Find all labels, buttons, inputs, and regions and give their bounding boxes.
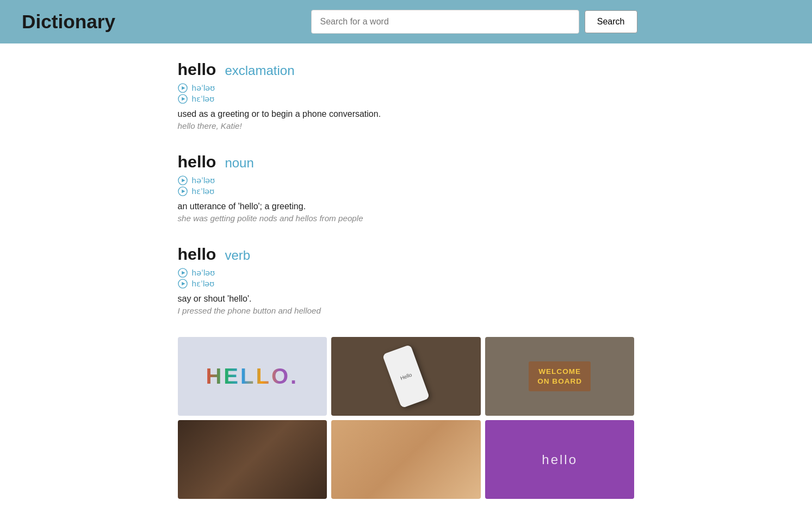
play-icon-3b — [178, 279, 188, 289]
example-3: I pressed the phone button and helloed — [178, 306, 635, 315]
search-form: Search — [311, 10, 637, 34]
pronunciations-3: həˈləʊ hɛˈləʊ — [178, 268, 635, 289]
definition-3: say or shout 'hello'. — [178, 294, 635, 304]
svg-marker-5 — [182, 179, 185, 182]
pronunciation-1b[interactable]: hɛˈləʊ — [178, 94, 635, 104]
pronunciation-1a[interactable]: həˈləʊ — [178, 83, 635, 93]
entry-word-1: hello — [178, 60, 216, 79]
pronunciation-text-3b: hɛˈləʊ — [192, 279, 215, 289]
definition-2: an utterance of 'hello'; a greeting. — [178, 202, 635, 211]
pronunciation-text-3a: həˈləʊ — [192, 268, 215, 278]
svg-marker-1 — [182, 86, 185, 90]
entry-exclamation: hello exclamation həˈləʊ hɛˈləʊ used as … — [178, 60, 635, 130]
play-icon-2b — [178, 186, 188, 196]
pronunciation-text-2b: hɛˈləʊ — [192, 186, 215, 196]
pronunciation-text-1a: həˈləʊ — [192, 83, 215, 93]
play-icon-2a — [178, 176, 188, 185]
pronunciations-2: həˈləʊ hɛˈləʊ — [178, 176, 635, 196]
play-icon-3a — [178, 268, 188, 278]
image-hands — [331, 420, 481, 499]
image-hello-purple: hello — [485, 420, 635, 499]
images-row-2: hello — [178, 420, 635, 499]
pronunciations-1: həˈləʊ hɛˈləʊ — [178, 83, 635, 104]
entry-verb: hello verb həˈləʊ hɛˈləʊ say or shout 'h… — [178, 245, 635, 315]
pronunciation-2a[interactable]: həˈləʊ — [178, 176, 635, 185]
svg-marker-7 — [182, 190, 185, 193]
search-button[interactable]: Search — [585, 10, 637, 33]
entry-noun: hello noun həˈləʊ hɛˈləʊ an utterance of… — [178, 152, 635, 223]
image-phone: Hello — [331, 337, 481, 416]
entry-header-1: hello exclamation — [178, 60, 635, 79]
definition-1: used as a greeting or to begin a phone c… — [178, 109, 635, 119]
pronunciation-text-1b: hɛˈləʊ — [192, 94, 215, 104]
entry-pos-1: exclamation — [225, 63, 294, 78]
svg-marker-11 — [182, 282, 185, 285]
entry-word-3: hello — [178, 245, 216, 264]
image-dark-wood — [178, 420, 327, 499]
pronunciation-3b[interactable]: hɛˈləʊ — [178, 279, 635, 289]
image-hello-letters: HELLO. — [178, 337, 327, 416]
example-1: hello there, Katie! — [178, 121, 635, 130]
image-welcome-board: WELCOMEON BOARD — [485, 337, 635, 416]
main-content: hello exclamation həˈləʊ hɛˈləʊ used as … — [156, 43, 656, 519]
entry-pos-3: verb — [225, 248, 250, 263]
search-input[interactable] — [311, 10, 579, 34]
svg-marker-9 — [182, 271, 185, 274]
app-title: Dictionary — [22, 11, 141, 33]
entry-pos-2: noun — [225, 155, 253, 171]
example-2: she was getting polite nods and hellos f… — [178, 214, 635, 223]
app-header: Dictionary Search — [0, 0, 812, 43]
pronunciation-text-2a: həˈləʊ — [192, 176, 215, 185]
play-icon-1a — [178, 83, 188, 93]
play-icon-1b — [178, 94, 188, 104]
svg-marker-3 — [182, 97, 185, 101]
images-row-1: HELLO. Hello WELCOMEON BOARD — [178, 337, 635, 416]
entry-word-2: hello — [178, 152, 216, 171]
entry-header-2: hello noun — [178, 152, 635, 171]
entry-header-3: hello verb — [178, 245, 635, 264]
pronunciation-3a[interactable]: həˈləʊ — [178, 268, 635, 278]
pronunciation-2b[interactable]: hɛˈləʊ — [178, 186, 635, 196]
